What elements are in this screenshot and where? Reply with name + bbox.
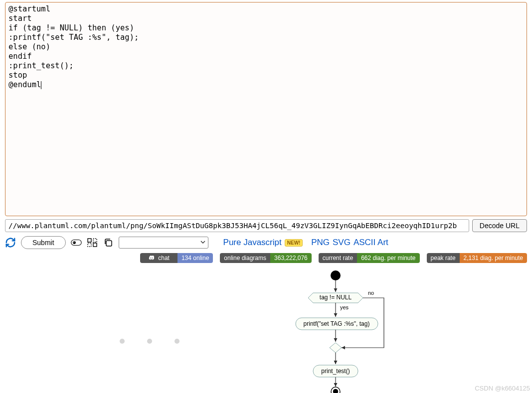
layout-icon[interactable] — [87, 238, 98, 247]
diagram-no-label: no — [368, 290, 374, 296]
stat-online-value: 363,222,076 — [270, 253, 312, 263]
svg-marker-15 — [330, 343, 342, 353]
code-editor[interactable]: @startuml start if (tag != NULL) then (y… — [5, 2, 527, 216]
svg-rect-4 — [93, 243, 97, 247]
stat-peak: peak rate 2,131 diag. per minute — [427, 253, 527, 263]
diagram-action1: printf("set TAG :%s", tag) — [304, 320, 370, 327]
chevron-down-icon — [200, 239, 206, 247]
link-ascii[interactable]: ASCII Art — [354, 238, 388, 248]
watermark: CSDN @k6604125 — [475, 385, 530, 392]
decode-label: Decode URL — [480, 222, 520, 230]
refresh-icon[interactable] — [5, 237, 16, 248]
theme-toggle-icon[interactable] — [71, 238, 82, 247]
svg-rect-7 — [106, 241, 112, 246]
new-badge: NEW! — [285, 239, 303, 247]
diagram-area: tag != NULL no yes printf("set TAG :%s",… — [0, 264, 532, 393]
discord-icon — [144, 255, 152, 262]
diagram-yes-label: yes — [340, 304, 349, 310]
svg-point-20 — [333, 389, 338, 393]
url-input[interactable]: //www.plantuml.com/plantuml/png/SoWkIImg… — [5, 219, 469, 232]
svg-rect-3 — [88, 239, 91, 242]
svg-point-2 — [73, 242, 74, 243]
stat-current: current rate 662 diag. per minute — [319, 253, 420, 263]
link-pure-js[interactable]: Pure Javascript — [223, 238, 282, 248]
editor-content: @startuml start if (tag != NULL) then (y… — [8, 4, 139, 89]
stat-chat-value: 134 online — [177, 253, 213, 263]
stats-row: chat 134 online online diagrams 363,222,… — [5, 253, 527, 263]
decode-url-button[interactable]: Decode URL — [472, 219, 527, 232]
stat-current-value: 662 diag. per minute — [357, 253, 419, 263]
copy-icon[interactable] — [103, 238, 114, 247]
stat-chat[interactable]: chat 134 online — [140, 253, 213, 263]
submit-button[interactable]: Submit — [21, 236, 66, 249]
stat-online: online diagrams 363,222,076 — [220, 253, 311, 263]
link-png[interactable]: PNG — [311, 238, 330, 248]
diagram-condition: tag != NULL — [320, 294, 352, 301]
flowchart-diagram: tag != NULL no yes printf("set TAG :%s",… — [293, 268, 418, 393]
diagram-action2: print_test() — [321, 368, 350, 375]
svg-rect-5 — [93, 239, 97, 242]
svg-point-1 — [73, 241, 76, 244]
link-svg[interactable]: SVG — [333, 238, 351, 248]
svg-rect-6 — [88, 243, 91, 247]
loading-dots — [120, 339, 179, 344]
format-dropdown[interactable] — [119, 237, 208, 249]
url-value: //www.plantuml.com/plantuml/png/SoWkIImg… — [8, 222, 457, 230]
submit-label: Submit — [32, 239, 54, 247]
svg-point-8 — [331, 270, 341, 280]
svg-rect-0 — [71, 240, 81, 246]
text-cursor — [41, 81, 41, 89]
stat-peak-value: 2,131 diag. per minute — [460, 253, 527, 263]
